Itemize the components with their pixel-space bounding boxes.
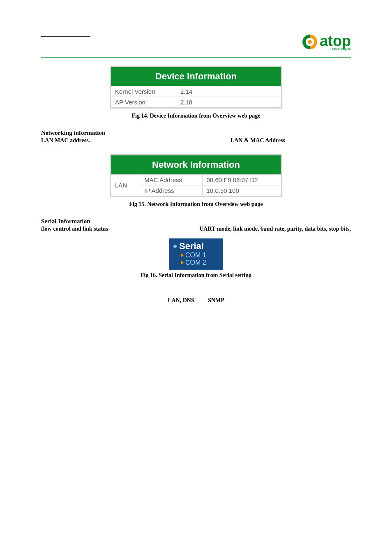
triangle-icon <box>181 261 184 265</box>
serial-menu: Serial COM 1 COM 2 <box>169 238 223 270</box>
lan-mac-sub: LAN MAC address. <box>41 137 90 144</box>
bottom-labels: LAN, DNS SNMP <box>41 297 351 304</box>
ap-version-value: 2.18 <box>176 97 282 108</box>
header-underline <box>41 36 90 37</box>
ip-address-label: IP Address <box>140 185 202 197</box>
kernel-version-label: Kernel Version <box>111 86 176 97</box>
mac-address-label: MAC Address <box>140 175 202 185</box>
network-information-table: Network Information LAN MAC Address 00:6… <box>110 154 282 197</box>
logo: atop Technologies <box>301 33 351 51</box>
triangle-icon <box>181 253 184 257</box>
logo-text: atop <box>320 34 351 49</box>
networking-heading: Networking information <box>41 130 351 136</box>
serial-item-com2[interactable]: COM 2 <box>173 259 219 266</box>
table-row: Kernel Version 2.14 <box>111 86 282 97</box>
fig15-caption: Fig 15. Network Information from Overvie… <box>41 201 351 208</box>
lan-dns-label: LAN, DNS <box>168 297 194 303</box>
serial-params-label: UART mode, link mode, baud rate, parity,… <box>199 226 351 232</box>
ip-address-value: 10.0.50.100 <box>202 185 281 197</box>
logo-mark-icon <box>301 33 319 51</box>
network-info-header: Network Information <box>111 155 282 175</box>
serial-menu-title[interactable]: Serial <box>173 241 219 252</box>
mac-address-value: 00:60:E9:06:07:D2 <box>202 175 281 185</box>
header-divider <box>41 57 351 58</box>
serial-sub: flow control and link status <box>41 226 108 232</box>
device-information-table: Device Information Kernel Version 2.14 A… <box>110 66 282 109</box>
lan-mac-address-label: LAN & MAC Address <box>231 137 285 144</box>
serial-item-label: COM 1 <box>185 252 206 259</box>
kernel-version-value: 2.14 <box>176 86 282 97</box>
snmp-label: SNMP <box>208 297 224 303</box>
device-info-header: Device Information <box>111 67 282 86</box>
serial-heading: Serial Information <box>41 218 351 225</box>
ap-version-label: AP Version <box>111 97 176 108</box>
serial-title-text: Serial <box>179 241 204 252</box>
lan-group-label: LAN <box>111 175 140 197</box>
bullet-icon <box>173 245 177 248</box>
serial-item-label: COM 2 <box>185 259 206 266</box>
svg-point-0 <box>308 40 312 44</box>
fig14-caption: Fig 14. Device Information from Overview… <box>41 113 351 119</box>
fig16-caption: Fig 16. Serial Information from Serial s… <box>41 272 351 279</box>
table-row: AP Version 2.18 <box>111 97 282 108</box>
table-row: LAN MAC Address 00:60:E9:06:07:D2 <box>111 175 282 185</box>
serial-item-com1[interactable]: COM 1 <box>173 252 219 259</box>
